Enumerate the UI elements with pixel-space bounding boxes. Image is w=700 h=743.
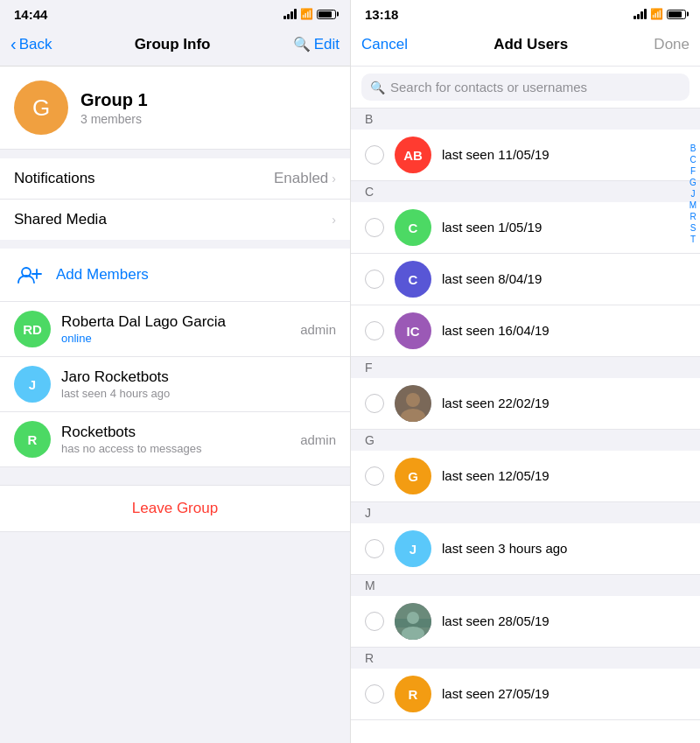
signal-icon	[634, 9, 647, 19]
index-g[interactable]: G	[688, 178, 698, 187]
group-info-text: Group 1 3 members	[80, 90, 148, 126]
wifi-icon: 📶	[300, 8, 313, 20]
member-role-r: admin	[300, 432, 336, 447]
contacts-list: B AB last seen 11/05/19 C C last seen 1/…	[351, 109, 700, 743]
contact-avatar-c2: C	[395, 261, 431, 298]
notifications-label: Notifications	[14, 170, 95, 187]
shared-media-value: ›	[332, 213, 336, 227]
contact-radio-ic[interactable]	[365, 321, 384, 340]
contact-avatar-r1: R	[395, 676, 431, 712]
add-members-icon	[14, 259, 46, 291]
contact-radio-r1[interactable]	[365, 684, 384, 704]
contact-avatar-f1	[395, 385, 431, 422]
wifi-icon: 📶	[650, 8, 663, 20]
contact-info-r1: last seen 27/05/19	[442, 686, 550, 702]
section-header-g: G	[351, 430, 700, 451]
contact-info-ic: last seen 16/04/19	[442, 323, 550, 339]
member-row[interactable]: R Rocketbots has no access to messages a…	[0, 412, 350, 467]
contact-radio-j1[interactable]	[365, 539, 384, 558]
group-avatar: G	[14, 81, 68, 135]
member-name-r: Rocketbots	[61, 424, 290, 441]
contact-info-ab: last seen 11/05/19	[442, 147, 550, 163]
section-header-m: M	[351, 575, 700, 596]
contact-seen-g1: last seen 12/05/19	[442, 468, 550, 483]
contact-row[interactable]: last seen 22/02/19	[351, 378, 700, 430]
back-button[interactable]: ‹ Back	[10, 34, 52, 54]
index-b[interactable]: B	[688, 144, 698, 153]
contact-avatar-m1	[395, 603, 431, 640]
contact-seen-ab: last seen 11/05/19	[442, 147, 550, 162]
right-panel: 13:18 📶 Cancel Add Users Done 🔍 Search f…	[350, 0, 700, 743]
contact-radio-c2[interactable]	[365, 270, 384, 289]
shared-media-row[interactable]: Shared Media ›	[0, 200, 350, 240]
search-container: 🔍 Search for contacts or usernames	[351, 67, 700, 109]
contact-avatar-ab: AB	[395, 137, 431, 173]
add-users-title: Add Users	[494, 36, 568, 53]
settings-section: Notifications Enabled › Shared Media ›	[0, 158, 350, 240]
group-name: Group 1	[80, 90, 148, 110]
contact-row[interactable]: G last seen 12/05/19	[351, 451, 700, 502]
contact-info-f1: last seen 22/02/19	[442, 396, 550, 411]
search-icon: 🔍	[293, 36, 311, 53]
index-j[interactable]: J	[688, 189, 698, 199]
back-label: Back	[19, 36, 52, 53]
chevron-right-icon: ›	[332, 172, 336, 186]
contact-avatar-j1: J	[395, 530, 431, 567]
group-info-title: Group Info	[135, 36, 211, 53]
contact-seen-f1: last seen 22/02/19	[442, 396, 550, 410]
index-f[interactable]: F	[688, 166, 698, 176]
index-s[interactable]: S	[688, 223, 698, 233]
edit-button[interactable]: 🔍 Edit	[293, 36, 340, 53]
done-button[interactable]: Done	[654, 36, 690, 53]
contact-row[interactable]: J last seen 3 hours ago	[351, 523, 700, 575]
contact-radio-ab[interactable]	[365, 145, 384, 165]
add-members-row[interactable]: Add Members	[0, 249, 350, 302]
index-t[interactable]: T	[688, 235, 698, 244]
battery-icon	[317, 10, 336, 19]
right-status-icons: 📶	[634, 8, 686, 20]
contact-row[interactable]: IC last seen 16/04/19	[351, 305, 700, 357]
contact-radio-m1[interactable]	[365, 612, 384, 631]
contact-radio-f1[interactable]	[365, 394, 384, 413]
contact-row[interactable]: AB last seen 11/05/19	[351, 130, 700, 181]
contact-row[interactable]: last seen 28/05/19	[351, 596, 700, 648]
left-nav-bar: ‹ Back Group Info 🔍 Edit	[0, 26, 350, 67]
contact-seen-m1: last seen 28/05/19	[442, 613, 550, 628]
contact-radio-c1[interactable]	[365, 218, 384, 237]
member-info-j: Jaro Rocketbots last seen 4 hours ago	[61, 368, 326, 400]
cancel-button[interactable]: Cancel	[361, 36, 408, 53]
right-time: 13:18	[365, 7, 398, 22]
add-members-label: Add Members	[56, 266, 149, 284]
contact-info-g1: last seen 12/05/19	[442, 468, 550, 484]
leave-group-button[interactable]: Leave Group	[132, 500, 218, 516]
left-time: 14:44	[14, 7, 47, 22]
index-r[interactable]: R	[688, 212, 698, 221]
index-m[interactable]: M	[688, 200, 698, 210]
contact-radio-g1[interactable]	[365, 466, 384, 486]
search-placeholder: Search for contacts or usernames	[390, 80, 587, 95]
contact-row[interactable]: R last seen 27/05/19	[351, 669, 700, 720]
contact-info-j1: last seen 3 hours ago	[442, 541, 567, 557]
member-status-rd: online	[61, 332, 290, 345]
contact-seen-j1: last seen 3 hours ago	[442, 541, 567, 556]
member-avatar-r: R	[14, 421, 51, 458]
search-bar[interactable]: 🔍 Search for contacts or usernames	[361, 74, 690, 101]
member-row[interactable]: J Jaro Rocketbots last seen 4 hours ago	[0, 357, 350, 412]
notifications-value: Enabled ›	[274, 170, 336, 187]
contact-avatar-g1: G	[395, 458, 431, 494]
notifications-row[interactable]: Notifications Enabled ›	[0, 158, 350, 200]
contact-seen-r1: last seen 27/05/19	[442, 686, 550, 701]
group-members-count: 3 members	[80, 112, 148, 126]
battery-icon	[667, 10, 686, 19]
member-row[interactable]: RD Roberta Dal Lago Garcia online admin	[0, 302, 350, 357]
contact-row[interactable]: C last seen 8/04/19	[351, 254, 700, 305]
contact-row[interactable]: C last seen 1/05/19	[351, 202, 700, 254]
chevron-right-icon: ›	[332, 213, 336, 227]
svg-point-4	[406, 393, 420, 407]
member-info-r: Rocketbots has no access to messages	[61, 424, 290, 455]
back-chevron-icon: ‹	[10, 34, 17, 54]
signal-icon	[284, 9, 297, 19]
section-header-c: C	[351, 181, 700, 202]
index-c[interactable]: C	[688, 155, 698, 165]
members-list: RD Roberta Dal Lago Garcia online admin …	[0, 302, 350, 467]
